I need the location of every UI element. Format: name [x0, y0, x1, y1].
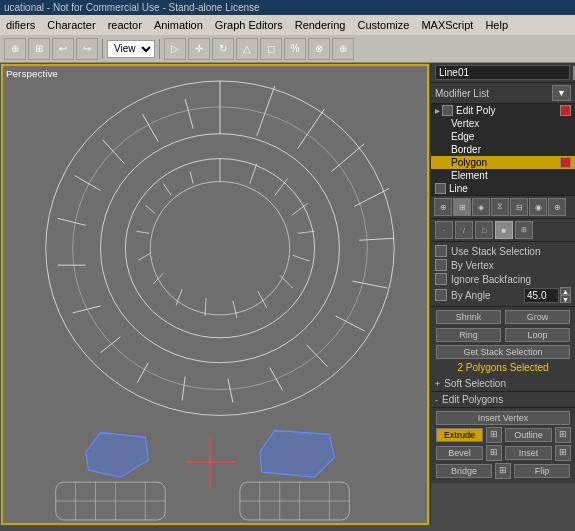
use-stack-row: Use Stack Selection: [435, 244, 571, 258]
stack-editpoly-color: [560, 105, 571, 116]
toolbar-btn-8[interactable]: ⊕: [332, 38, 354, 60]
toolbar-rotate-btn[interactable]: ↻: [212, 38, 234, 60]
icon-tab-5[interactable]: ⊟: [510, 198, 528, 216]
object-name-input[interactable]: [435, 65, 570, 80]
extrude-btn[interactable]: Extrude: [436, 428, 483, 442]
toolbar-scale-btn[interactable]: △: [236, 38, 258, 60]
toolbar-sep-2: [159, 39, 160, 59]
icon-tab-6[interactable]: ◉: [529, 198, 547, 216]
stack-element[interactable]: Element: [431, 169, 575, 182]
menu-bar: difiers Character reactor Animation Grap…: [0, 15, 575, 35]
ignore-backfacing-row: Ignore Backfacing: [435, 272, 571, 286]
menu-maxscript[interactable]: MAXScript: [415, 17, 479, 33]
stack-polygon[interactable]: Polygon: [431, 156, 575, 169]
soft-selection-header[interactable]: + Soft Selection: [431, 376, 575, 392]
toolbar-btn-3[interactable]: ↩: [52, 38, 74, 60]
bevel-btn[interactable]: Bevel: [436, 446, 483, 460]
outline-btn[interactable]: Outline: [505, 428, 552, 442]
view-dropdown[interactable]: View: [107, 40, 155, 58]
stack-edge[interactable]: Edge: [431, 130, 575, 143]
by-angle-label: By Angle: [451, 290, 524, 301]
inset-btn[interactable]: Inset: [505, 446, 552, 460]
grow-btn[interactable]: Grow: [505, 310, 570, 324]
sel-icon-edge[interactable]: /: [455, 221, 473, 239]
by-angle-checkbox[interactable]: [435, 289, 447, 301]
modifier-dropdown-btn[interactable]: ▼: [552, 85, 571, 101]
by-vertex-checkbox[interactable]: [435, 259, 447, 271]
use-stack-checkbox[interactable]: [435, 245, 447, 257]
stack-edit-poly[interactable]: ▸ Edit Poly: [431, 104, 575, 117]
selection-status: 2 Polygons Selected: [435, 361, 571, 374]
extrude-outline-row: Extrude ⊞ Outline ⊞: [435, 427, 571, 443]
sel-icon-polygon[interactable]: ■: [495, 221, 513, 239]
edit-polygons-header[interactable]: - Edit Polygons: [431, 392, 575, 408]
bridge-settings-btn[interactable]: ⊞: [495, 463, 511, 479]
insert-vertex-btn[interactable]: Insert Vertex: [436, 411, 570, 425]
main-area: Perspective Modifier List ▼ ▸ Edit Poly: [0, 63, 575, 526]
toolbar-btn-2[interactable]: ⊞: [28, 38, 50, 60]
menu-modifiers[interactable]: difiers: [0, 17, 41, 33]
title-bar: ucational - Not for Commercial Use - Sta…: [0, 0, 575, 15]
loop-btn[interactable]: Loop: [505, 328, 570, 342]
toolbar-btn-1[interactable]: ⊕: [4, 38, 26, 60]
ring-btn[interactable]: Ring: [436, 328, 501, 342]
stack-line-checkbox[interactable]: [435, 183, 446, 194]
get-stack-btn[interactable]: Get Stack Selection: [436, 345, 570, 359]
by-angle-down[interactable]: ▼: [560, 295, 571, 303]
edit-polygons-label: Edit Polygons: [442, 394, 503, 405]
menu-help[interactable]: Help: [479, 17, 514, 33]
sel-icon-element[interactable]: ⊞: [515, 221, 533, 239]
toolbar-move-btn[interactable]: ✛: [188, 38, 210, 60]
icon-tab-3[interactable]: ◈: [472, 198, 490, 216]
inset-settings-btn[interactable]: ⊞: [555, 445, 571, 461]
menu-rendering[interactable]: Rendering: [289, 17, 352, 33]
icon-tab-2[interactable]: ⊞: [453, 198, 471, 216]
by-angle-row: By Angle ▲ ▼: [435, 286, 571, 304]
icon-tab-4[interactable]: ⧖: [491, 198, 509, 216]
by-angle-spinner: ▲ ▼: [560, 287, 571, 303]
edit-polygons-section: Insert Vertex Extrude ⊞ Outline ⊞ Bevel …: [431, 408, 575, 483]
by-vertex-row: By Vertex: [435, 258, 571, 272]
insert-vertex-row: Insert Vertex: [435, 411, 571, 425]
menu-customize[interactable]: Customize: [351, 17, 415, 33]
icon-tab-7[interactable]: ⊕: [548, 198, 566, 216]
stack-border[interactable]: Border: [431, 143, 575, 156]
toolbar-btn-7[interactable]: ⊗: [308, 38, 330, 60]
toolbar-btn-6[interactable]: %: [284, 38, 306, 60]
viewport[interactable]: Perspective: [0, 63, 430, 526]
bevel-settings-btn[interactable]: ⊞: [486, 445, 502, 461]
menu-animation[interactable]: Animation: [148, 17, 209, 33]
get-stack-row: Get Stack Selection: [435, 345, 571, 359]
object-name-row: [431, 63, 575, 83]
toolbar-sep-1: [102, 39, 103, 59]
sel-icons-row: · / □ ■ ⊞: [431, 219, 575, 242]
stack-editpoly-checkbox[interactable]: [442, 105, 453, 116]
stack-edge-label: Edge: [451, 131, 474, 142]
edit-polygons-arrow: -: [435, 395, 438, 405]
ignore-backfacing-label: Ignore Backfacing: [451, 274, 531, 285]
outline-settings-btn[interactable]: ⊞: [555, 427, 571, 443]
sel-icon-vertex[interactable]: ·: [435, 221, 453, 239]
use-stack-label: Use Stack Selection: [451, 246, 541, 257]
stack-polygon-color: [560, 157, 571, 168]
by-angle-input[interactable]: [524, 288, 559, 303]
toolbar-btn-5[interactable]: ◻: [260, 38, 282, 60]
ignore-backfacing-checkbox[interactable]: [435, 273, 447, 285]
toolbar-select-btn[interactable]: ▷: [164, 38, 186, 60]
flip-btn[interactable]: Flip: [514, 464, 570, 478]
bridge-btn[interactable]: Bridge: [436, 464, 492, 478]
by-angle-up[interactable]: ▲: [560, 287, 571, 295]
shrink-btn[interactable]: Shrink: [436, 310, 501, 324]
stack-line-label: Line: [449, 183, 468, 194]
stack-vertex[interactable]: Vertex: [431, 117, 575, 130]
sel-icon-border[interactable]: □: [475, 221, 493, 239]
extrude-settings-btn[interactable]: ⊞: [486, 427, 502, 443]
menu-graph-editors[interactable]: Graph Editors: [209, 17, 289, 33]
menu-reactor[interactable]: reactor: [102, 17, 148, 33]
menu-character[interactable]: Character: [41, 17, 101, 33]
modifier-list-bar: Modifier List ▼: [431, 83, 575, 104]
stack-line[interactable]: Line: [431, 182, 575, 195]
ring-loop-row: Ring Loop: [435, 327, 571, 343]
toolbar-btn-4[interactable]: ↪: [76, 38, 98, 60]
icon-tab-1[interactable]: ⊕: [434, 198, 452, 216]
